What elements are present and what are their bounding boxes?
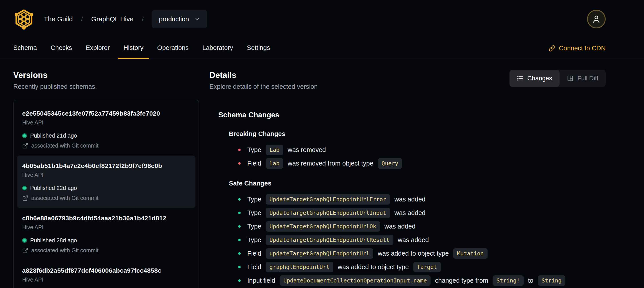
- version-hash: c8b6e88a06793b9c4dfd54aaa21b36a1b421d812: [22, 214, 190, 222]
- breadcrumb-project[interactable]: GraphQL Hive: [91, 15, 134, 23]
- published-label: Published 22d ago: [30, 185, 77, 191]
- change-text: Type: [247, 146, 261, 154]
- change-text: was added to object type: [338, 263, 409, 271]
- change-text: to: [528, 277, 534, 284]
- change-code-badge: Lab: [266, 145, 283, 155]
- version-service: Hive API: [22, 276, 190, 283]
- safe-bullet: [238, 212, 241, 214]
- target-selector[interactable]: production: [152, 10, 207, 28]
- change-text: was removed from object type: [288, 160, 374, 167]
- change-code-badge: UpdateTargetGraphQLEndpointUrlResult: [266, 235, 393, 245]
- version-published: Published 22d ago: [22, 185, 190, 191]
- version-service: Hive API: [22, 224, 190, 230]
- version-item[interactable]: 4b05ab51b1b4a7e2e4b0ef82172f2b9f7ef98c0b…: [17, 156, 196, 208]
- change-row: TypeUpdateTargetGraphQLEndpointUrlErrorw…: [238, 194, 606, 205]
- breadcrumb-separator: /: [142, 16, 144, 23]
- change-code-badge: Query: [378, 158, 402, 169]
- connect-to-cdn-link[interactable]: Connect to CDN: [549, 45, 606, 59]
- change-code-badge: updateTargetGraphQLEndpointUrl: [266, 248, 374, 259]
- version-item[interactable]: e2e55045345ce13fe07f52a77459b83fa3fe7020…: [17, 103, 196, 156]
- change-code-badge: graphqlEndpointUrl: [266, 262, 333, 272]
- version-hash: a823f6db2a55df877dcf406006abca97fcc4858c: [22, 267, 190, 274]
- change-code-badge: UpdateDocumentCollectionOperationInput.n…: [280, 275, 430, 286]
- schema-changes-sections: Breaking ChangesTypeLabwas removedFieldl…: [218, 130, 606, 288]
- change-text: Field: [247, 263, 261, 271]
- tab-schema[interactable]: Schema: [13, 44, 37, 59]
- change-text: Type: [247, 209, 261, 216]
- view-toggle: Changes Full Diff: [510, 70, 606, 87]
- tab-checks[interactable]: Checks: [50, 44, 72, 59]
- schema-changes: Schema Changes Breaking ChangesTypeLabwa…: [210, 111, 606, 288]
- change-text: was added: [384, 223, 416, 230]
- breadcrumb-separator: /: [81, 16, 83, 23]
- published-label: Published 21d ago: [30, 132, 77, 139]
- git-commit-link[interactable]: associated with Git commit: [22, 247, 190, 254]
- change-code-badge: UpdateTargetGraphQLEndpointUrlError: [266, 194, 390, 205]
- version-hash: 4b05ab51b1b4a7e2e4b0ef82172f2b9f7ef98c0b: [22, 162, 190, 169]
- change-code-badge: String: [538, 275, 565, 286]
- change-code-badge: UpdateTargetGraphQLEndpointUrlOk: [266, 221, 380, 232]
- details-pane: Details Explore details of the selected …: [210, 59, 606, 288]
- safe-bullet: [238, 239, 241, 241]
- version-published: Published 21d ago: [22, 132, 190, 139]
- changes-section-title: Safe Changes: [229, 180, 606, 187]
- details-title: Details: [210, 71, 318, 80]
- list-icon: [517, 75, 524, 82]
- tab-operations[interactable]: Operations: [157, 44, 188, 59]
- user-icon: [592, 14, 601, 24]
- change-row: FieldupdateTargetGraphQLEndpointUrlwas a…: [238, 248, 606, 259]
- git-commit-link[interactable]: associated with Git commit: [22, 195, 190, 201]
- safe-bullet: [238, 225, 241, 228]
- user-menu-button[interactable]: [587, 10, 606, 29]
- version-published: Published 28d ago: [22, 237, 190, 244]
- target-nav: SchemaChecksExplorerHistoryOperationsLab…: [0, 38, 644, 59]
- hive-logo-icon[interactable]: [13, 9, 34, 30]
- changes-rows: TypeUpdateTargetGraphQLEndpointUrlErrorw…: [238, 194, 606, 288]
- versions-title: Versions: [13, 71, 199, 80]
- tab-explorer[interactable]: Explorer: [86, 44, 110, 59]
- published-label: Published 28d ago: [30, 237, 77, 244]
- changes-section-breaking: Breaking ChangesTypeLabwas removedFieldl…: [229, 130, 606, 169]
- changes-rows: TypeLabwas removedFieldlabwas removed fr…: [238, 145, 606, 169]
- change-row: Fieldlabwas removed from object typeQuer…: [238, 158, 606, 169]
- chevron-down-icon: [194, 16, 200, 22]
- versions-subtitle: Recently published schemas.: [13, 83, 199, 90]
- change-row: Input fieldUpdateDocumentCollectionOpera…: [238, 275, 606, 286]
- change-text: was added: [394, 196, 426, 203]
- change-text: was removed: [288, 146, 326, 154]
- change-row: TypeUpdateTargetGraphQLEndpointUrlOkwas …: [238, 221, 606, 232]
- change-row: TypeUpdateTargetGraphQLEndpointUrlResult…: [238, 235, 606, 245]
- changes-section-safe: Safe ChangesTypeUpdateTargetGraphQLEndpo…: [229, 180, 606, 288]
- safe-bullet: [238, 279, 241, 282]
- change-text: Field: [247, 160, 261, 167]
- breadcrumb-org[interactable]: The Guild: [44, 15, 73, 23]
- version-item[interactable]: a823f6db2a55df877dcf406006abca97fcc4858c…: [17, 260, 196, 288]
- breadcrumb: The Guild / GraphQL Hive / production: [44, 10, 207, 28]
- tab-history[interactable]: History: [124, 44, 144, 59]
- change-row: FieldgraphqlEndpointUrlwas added to obje…: [238, 262, 606, 272]
- external-link-icon: [22, 195, 28, 201]
- versions-pane: Versions Recently published schemas. e2e…: [13, 59, 199, 288]
- published-dot: [22, 133, 27, 138]
- target-selector-value: production: [159, 16, 189, 23]
- breaking-bullet: [238, 162, 241, 165]
- change-text: Type: [247, 196, 261, 203]
- safe-bullet: [238, 266, 241, 268]
- published-dot: [22, 186, 27, 190]
- columns-icon: [567, 75, 574, 82]
- link-icon: [549, 45, 555, 52]
- change-text: was added: [398, 236, 429, 244]
- change-text: was added to object type: [378, 250, 449, 257]
- change-text: Type: [247, 236, 261, 244]
- changes-view-label: Changes: [528, 75, 552, 82]
- change-code-badge: Mutation: [453, 248, 487, 259]
- change-code-badge: UpdateTargetGraphQLEndpointUrlInput: [266, 208, 390, 218]
- tab-settings[interactable]: Settings: [247, 44, 270, 59]
- version-item[interactable]: c8b6e88a06793b9c4dfd54aaa21b36a1b421d812…: [17, 208, 196, 260]
- change-text: Type: [247, 223, 261, 230]
- version-hash: e2e55045345ce13fe07f52a77459b83fa3fe7020: [22, 110, 190, 117]
- full-diff-view-button[interactable]: Full Diff: [560, 70, 606, 87]
- changes-view-button[interactable]: Changes: [510, 70, 560, 87]
- git-commit-link[interactable]: associated with Git commit: [22, 142, 190, 149]
- tab-laboratory[interactable]: Laboratory: [202, 44, 233, 59]
